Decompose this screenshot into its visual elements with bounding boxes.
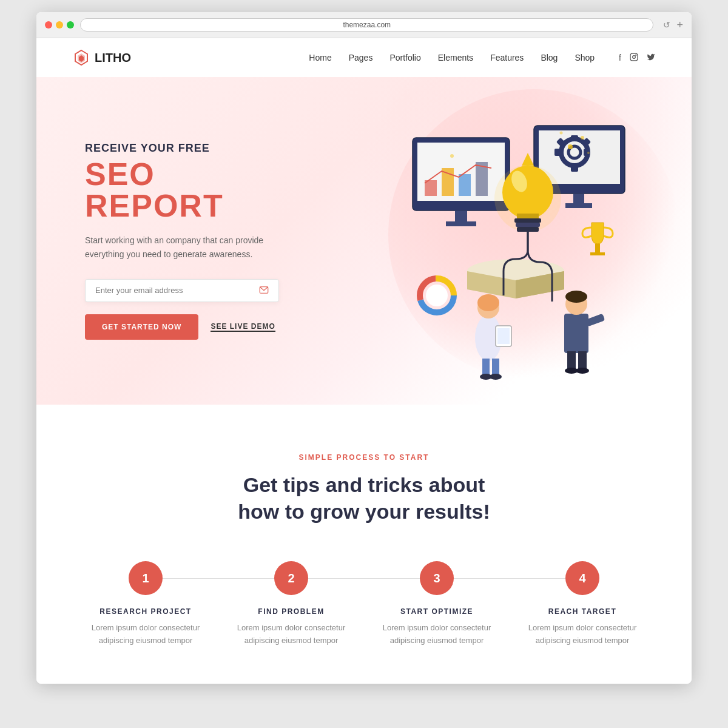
browser-window: themezaa.com ↺ + LITHO Home Pages Portfo… [36, 12, 692, 684]
site-content: LITHO Home Pages Portfolio Elements Feat… [36, 38, 692, 684]
svg-rect-3 [630, 53, 638, 61]
svg-point-48 [490, 374, 502, 380]
traffic-lights [45, 21, 74, 29]
svg-rect-57 [595, 244, 600, 252]
reload-button[interactable]: ↺ [663, 20, 670, 30]
svg-point-63 [450, 154, 454, 158]
email-icon [259, 286, 269, 295]
url-text: themezaa.com [343, 21, 391, 29]
step-3-title: START OPTIMIZE [400, 607, 473, 616]
svg-point-56 [576, 368, 589, 374]
new-tab-button[interactable]: + [676, 19, 683, 32]
logo-icon [73, 49, 90, 66]
svg-rect-11 [459, 174, 471, 196]
email-input-wrapper[interactable] [85, 279, 279, 302]
nav-portfolio[interactable]: Portfolio [389, 53, 420, 62]
email-input[interactable] [95, 286, 259, 295]
step-3-number: 3 [420, 561, 454, 595]
step-4-desc: Lorem ipsum dolor consectetur adipiscing… [528, 622, 637, 647]
navigation: LITHO Home Pages Portfolio Elements Feat… [36, 38, 692, 77]
svg-point-61 [560, 132, 563, 135]
logo[interactable]: LITHO [73, 49, 131, 66]
step-2: 2 FIND PROBLEM Lorem ipsum dolor consect… [218, 561, 364, 647]
svg-point-59 [568, 144, 573, 149]
svg-point-29 [502, 166, 553, 219]
hero-subtitle: RECEIVE YOUR FREE [85, 142, 291, 155]
step-1: 1 RESEARCH PROJECT Lorem ipsum dolor con… [73, 561, 218, 647]
svg-rect-31 [517, 214, 539, 218]
step-3-desc: Lorem ipsum dolor consectetur adipiscing… [382, 622, 491, 647]
nav-features[interactable]: Features [490, 53, 524, 62]
hero-description: Start working with an company that can p… [85, 234, 279, 261]
svg-rect-33 [516, 223, 540, 227]
svg-rect-34 [517, 227, 539, 232]
hero-section: RECEIVE YOUR FREE SEO REPORT Start worki… [36, 77, 692, 405]
close-button[interactable] [45, 21, 52, 29]
nav-elements[interactable]: Elements [438, 53, 473, 62]
svg-point-4 [633, 55, 636, 58]
step-4: 4 REACH TARGET Lorem ipsum dolor consect… [510, 561, 655, 647]
svg-rect-13 [455, 211, 467, 223]
nav-blog[interactable]: Blog [541, 53, 558, 62]
nav-shop[interactable]: Shop [575, 53, 595, 62]
nav-home[interactable]: Home [309, 53, 331, 62]
svg-point-60 [581, 136, 584, 140]
svg-rect-25 [573, 194, 584, 204]
twitter-icon[interactable] [647, 53, 655, 63]
svg-marker-35 [522, 153, 534, 166]
svg-rect-44 [497, 328, 510, 344]
nav-links: Home Pages Portfolio Elements Features B… [309, 53, 595, 62]
instagram-icon[interactable] [630, 53, 638, 63]
step-2-number: 2 [274, 561, 308, 595]
social-icons: f [619, 53, 655, 63]
process-heading: Get tips and tricks about how to grow yo… [73, 471, 655, 525]
svg-rect-20 [571, 166, 578, 172]
svg-point-5 [636, 55, 636, 55]
svg-rect-58 [590, 252, 605, 255]
step-2-desc: Lorem ipsum dolor consectetur adipiscing… [237, 622, 346, 647]
svg-point-39 [426, 285, 448, 306]
hero-right [328, 77, 692, 405]
step-4-title: REACH TARGET [548, 607, 616, 616]
step-1-desc: Lorem ipsum dolor consectetur adipiscing… [91, 622, 200, 647]
svg-point-62 [587, 152, 590, 154]
svg-rect-19 [571, 135, 578, 141]
hero-title: SEO REPORT [85, 158, 291, 221]
get-started-button[interactable]: GET STARTED NOW [85, 314, 198, 340]
process-section: SIMPLE PROCESS TO START Get tips and tri… [36, 405, 692, 684]
maximize-button[interactable] [67, 21, 74, 29]
svg-rect-26 [565, 203, 592, 208]
svg-rect-32 [514, 218, 541, 223]
process-eyebrow: SIMPLE PROCESS TO START [73, 453, 655, 462]
minimize-button[interactable] [56, 21, 63, 29]
step-1-title: RESEARCH PROJECT [99, 607, 191, 616]
facebook-icon[interactable]: f [619, 53, 621, 63]
hero-left: RECEIVE YOUR FREE SEO REPORT Start worki… [36, 106, 328, 376]
svg-rect-49 [564, 314, 588, 353]
step-2-title: FIND PROBLEM [258, 607, 324, 616]
svg-point-42 [477, 294, 499, 311]
steps-container: 1 RESEARCH PROJECT Lorem ipsum dolor con… [73, 561, 655, 647]
hero-buttons: GET STARTED NOW SEE LIVE DEMO [85, 314, 291, 340]
svg-rect-14 [446, 221, 476, 226]
browser-chrome: themezaa.com ↺ + [36, 12, 692, 38]
svg-point-51 [565, 291, 587, 303]
step-4-number: 4 [565, 561, 599, 595]
nav-pages[interactable]: Pages [349, 53, 373, 62]
step-1-number: 1 [129, 561, 163, 595]
see-live-demo-link[interactable]: SEE LIVE DEMO [211, 322, 275, 332]
address-bar[interactable]: themezaa.com [80, 18, 653, 32]
step-3: 3 START OPTIMIZE Lorem ipsum dolor conse… [364, 561, 510, 647]
hero-illustration [328, 89, 692, 405]
svg-rect-21 [554, 149, 561, 156]
